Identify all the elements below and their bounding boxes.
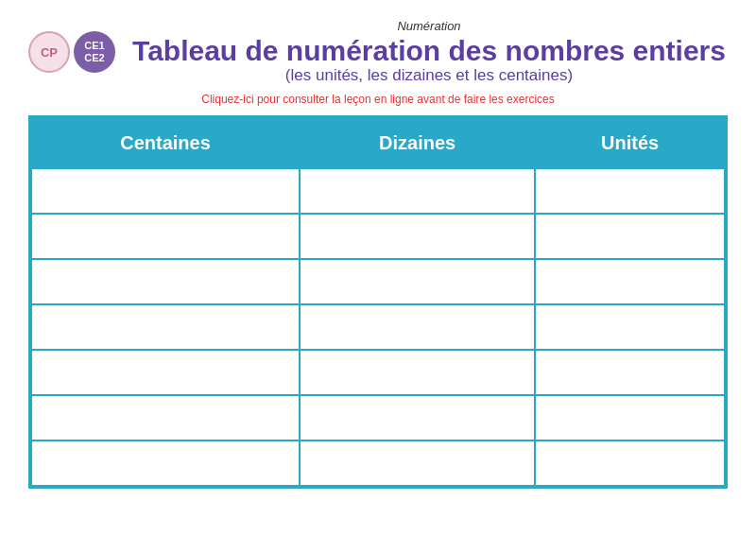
table-container: Centaines Dizaines Unités (28, 115, 728, 489)
cell[interactable] (31, 395, 300, 440)
cell[interactable] (31, 440, 300, 486)
cell[interactable] (300, 259, 535, 304)
main-title: Tableau de numération des nombres entier… (132, 35, 726, 66)
lesson-link[interactable]: Cliquez-ici pour consulter la leçon en l… (28, 93, 728, 106)
cell[interactable] (300, 350, 535, 395)
col-centaines: Centaines (31, 118, 300, 168)
header: CP CE1CE2 Numération Tableau de numérati… (28, 19, 728, 85)
cell[interactable] (300, 168, 535, 214)
cell[interactable] (535, 350, 725, 395)
cell[interactable] (300, 395, 535, 440)
badge-ce-label: CE1CE2 (84, 40, 104, 64)
cell[interactable] (300, 440, 535, 486)
cell[interactable] (300, 304, 535, 350)
cell[interactable] (31, 304, 300, 350)
table-row (31, 259, 725, 304)
page: CP CE1CE2 Numération Tableau de numérati… (0, 0, 756, 535)
badge-cp-label: CP (41, 45, 58, 60)
badges: CP CE1CE2 (28, 31, 115, 73)
title-block: Numération Tableau de numération des nom… (130, 19, 728, 85)
table-row (31, 168, 725, 214)
cell[interactable] (535, 304, 725, 350)
table-row (31, 440, 725, 486)
cell[interactable] (535, 214, 725, 259)
table-row (31, 214, 725, 259)
col-unites: Unités (535, 118, 725, 168)
cell[interactable] (535, 259, 725, 304)
cell[interactable] (535, 440, 725, 486)
subtitle: (les unités, les dizaines et les centain… (285, 66, 573, 85)
numeration-table: Centaines Dizaines Unités (30, 117, 726, 487)
table-row (31, 395, 725, 440)
col-dizaines: Dizaines (300, 118, 535, 168)
table-header: Centaines Dizaines Unités (31, 118, 725, 168)
header-row: Centaines Dizaines Unités (31, 118, 725, 168)
table-body (31, 168, 725, 486)
cell[interactable] (535, 395, 725, 440)
table-row (31, 304, 725, 350)
badge-cp: CP (28, 31, 70, 73)
subject-label: Numération (397, 19, 460, 33)
cell[interactable] (300, 214, 535, 259)
cell[interactable] (31, 259, 300, 304)
badge-ce: CE1CE2 (74, 31, 115, 73)
cell[interactable] (31, 350, 300, 395)
cell[interactable] (31, 168, 300, 214)
table-row (31, 350, 725, 395)
cell[interactable] (31, 214, 300, 259)
cell[interactable] (535, 168, 725, 214)
